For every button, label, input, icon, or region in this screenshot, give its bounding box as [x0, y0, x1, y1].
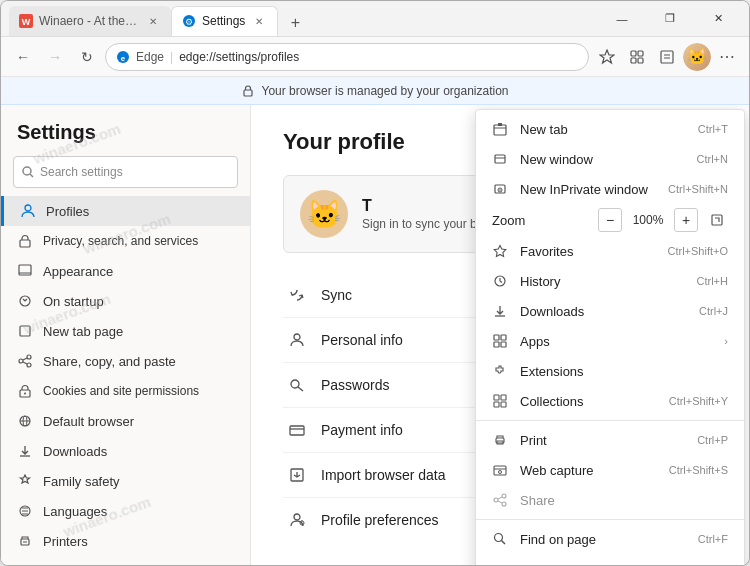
- new-tab-button[interactable]: +: [282, 10, 308, 36]
- history-shortcut: Ctrl+H: [697, 275, 728, 287]
- svg-line-25: [23, 358, 27, 360]
- settings-title: Settings: [1, 121, 250, 156]
- favorites-shortcut: Ctrl+Shift+O: [667, 245, 728, 257]
- dropdown-webcapture[interactable]: Web capture Ctrl+Shift+S: [476, 455, 744, 485]
- dropdown-print[interactable]: Print Ctrl+P: [476, 425, 744, 455]
- svg-point-22: [27, 355, 31, 359]
- sidebar-item-privacy[interactable]: Privacy, search, and services: [1, 226, 250, 256]
- dropdown-collections[interactable]: Collections Ctrl+Shift+Y: [476, 386, 744, 416]
- sidebar-item-newtab[interactable]: New tab page: [1, 316, 250, 346]
- new-window-label: New window: [520, 152, 685, 167]
- sidebar-item-defaultbrowser[interactable]: Default browser: [1, 406, 250, 436]
- sidebar-languages-label: Languages: [43, 504, 107, 519]
- tab1-close[interactable]: ✕: [145, 13, 161, 29]
- restore-button[interactable]: ❐: [647, 4, 693, 34]
- sync-icon: [287, 285, 307, 305]
- sidebar-item-startup[interactable]: On startup: [1, 286, 250, 316]
- sidebar-item-cookies[interactable]: Cookies and site permissions: [1, 376, 250, 406]
- sidebar-item-family[interactable]: Family safety: [1, 466, 250, 496]
- more-tools-button[interactable]: ⋯: [713, 43, 741, 71]
- sidebar-item-downloads[interactable]: Downloads: [1, 436, 250, 466]
- svg-text:e: e: [121, 54, 126, 63]
- lock-icon: [241, 84, 255, 98]
- svg-rect-70: [501, 402, 506, 407]
- favorites-dropdown-icon: [492, 243, 508, 259]
- new-window-icon: [492, 151, 508, 167]
- sidebar-item-printers[interactable]: Printers: [1, 526, 250, 556]
- new-window-shortcut: Ctrl+N: [697, 153, 728, 165]
- print-label: Print: [520, 433, 685, 448]
- reading-list-icon[interactable]: [653, 43, 681, 71]
- svg-point-23: [19, 359, 23, 363]
- downloads-dropdown-icon: [492, 303, 508, 319]
- dropdown-menu: New tab Ctrl+T New window Ctrl+N New InP…: [475, 109, 745, 565]
- find-label: Find on page: [520, 532, 686, 547]
- svg-point-76: [502, 494, 506, 498]
- svg-rect-10: [661, 51, 673, 63]
- svg-line-80: [498, 501, 502, 503]
- dropdown-new-tab[interactable]: New tab Ctrl+T: [476, 114, 744, 144]
- sidebar-printers-label: Printers: [43, 534, 88, 549]
- svg-rect-66: [501, 342, 506, 347]
- history-label: History: [520, 274, 685, 289]
- back-button[interactable]: ←: [9, 43, 37, 71]
- cookies-icon: [17, 383, 33, 399]
- zoom-label: Zoom: [492, 213, 590, 228]
- sidebar-item-profiles[interactable]: Profiles: [1, 196, 250, 226]
- svg-point-14: [23, 167, 31, 175]
- tab-bar: W Winaero - At the edge of tweak ✕ ⚙ Set…: [9, 1, 595, 36]
- refresh-button[interactable]: ↻: [73, 43, 101, 71]
- startup-icon: [17, 293, 33, 309]
- collections-dropdown-icon: [492, 393, 508, 409]
- tab-settings[interactable]: ⚙ Settings ✕: [171, 6, 278, 36]
- dropdown-extensions[interactable]: Extensions: [476, 356, 744, 386]
- profile-button[interactable]: 🐱: [683, 43, 711, 71]
- svg-point-44: [291, 380, 299, 388]
- dropdown-share[interactable]: Share: [476, 485, 744, 515]
- share-dropdown-icon: [492, 492, 508, 508]
- dropdown-history[interactable]: History Ctrl+H: [476, 266, 744, 296]
- dropdown-find[interactable]: Find on page Ctrl+F: [476, 524, 744, 554]
- sidebar-newtab-label: New tab page: [43, 324, 123, 339]
- svg-point-81: [495, 534, 503, 542]
- zoom-plus-button[interactable]: +: [674, 208, 698, 232]
- forward-button[interactable]: →: [41, 43, 69, 71]
- tab2-close[interactable]: ✕: [251, 13, 267, 29]
- languages-icon: [17, 503, 33, 519]
- dropdown-apps[interactable]: Apps ›: [476, 326, 744, 356]
- minimize-button[interactable]: —: [599, 4, 645, 34]
- dropdown-readaloud[interactable]: AA Read aloud Ctrl+Shift+U: [476, 554, 744, 565]
- sidebar-item-languages[interactable]: Languages: [1, 496, 250, 526]
- avatar: 🐱: [300, 190, 348, 238]
- winaero-tab-icon: W: [19, 14, 33, 28]
- favorites-star-icon[interactable]: [593, 43, 621, 71]
- sidebar: Settings Search settings Profiles Privac…: [1, 105, 251, 565]
- dropdown-downloads[interactable]: Downloads Ctrl+J: [476, 296, 744, 326]
- svg-line-45: [298, 387, 303, 391]
- svg-point-43: [294, 334, 300, 340]
- sidebar-item-share[interactable]: Share, copy, and paste: [1, 346, 250, 376]
- close-button[interactable]: ✕: [695, 4, 741, 34]
- tab-winaero[interactable]: W Winaero - At the edge of tweak ✕: [9, 6, 171, 36]
- inprivate-label: New InPrivate window: [520, 182, 656, 197]
- search-box[interactable]: Search settings: [13, 156, 238, 188]
- collections-icon[interactable]: [623, 43, 651, 71]
- zoom-minus-button[interactable]: −: [598, 208, 622, 232]
- svg-point-28: [24, 393, 26, 395]
- inprivate-shortcut: Ctrl+Shift+N: [668, 183, 728, 195]
- dropdown-new-window[interactable]: New window Ctrl+N: [476, 144, 744, 174]
- favorites-label: Favorites: [520, 244, 655, 259]
- zoom-expand-button[interactable]: [706, 209, 728, 231]
- address-prefix: Edge: [136, 50, 164, 64]
- privacy-icon: [17, 233, 33, 249]
- sidebar-item-appearance[interactable]: Appearance: [1, 256, 250, 286]
- dropdown-favorites[interactable]: Favorites Ctrl+Shift+O: [476, 236, 744, 266]
- apps-arrow: ›: [724, 335, 728, 347]
- dropdown-inprivate[interactable]: New InPrivate window Ctrl+Shift+N: [476, 174, 744, 204]
- address-bar[interactable]: e Edge | edge://settings/profiles: [105, 43, 589, 71]
- svg-rect-8: [631, 58, 636, 63]
- extensions-label: Extensions: [520, 364, 728, 379]
- webcapture-shortcut: Ctrl+Shift+S: [669, 464, 728, 476]
- svg-line-15: [30, 174, 33, 177]
- sidebar-item-system[interactable]: System: [1, 556, 250, 565]
